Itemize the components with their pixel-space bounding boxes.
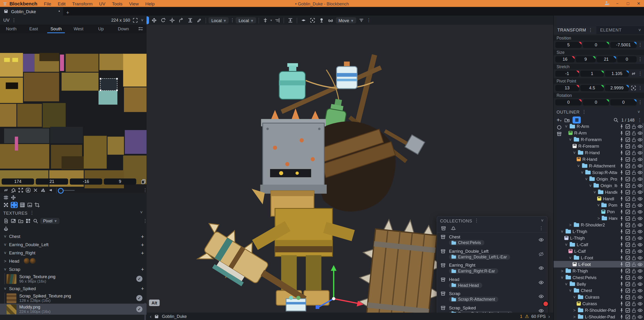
- menu-transform[interactable]: Transform: [69, 1, 96, 6]
- field-menu-icon[interactable]: ⋮: [638, 42, 642, 48]
- field-menu-icon[interactable]: ⋮: [638, 57, 642, 62]
- export-checkbox-icon[interactable]: [625, 137, 630, 142]
- transform-field[interactable]: 0: [583, 99, 609, 105]
- fill-icon[interactable]: [10, 188, 16, 193]
- export-checkbox-icon[interactable]: [625, 248, 630, 254]
- visibility-icon[interactable]: [638, 163, 643, 168]
- texture-overlay-icon[interactable]: [27, 202, 32, 208]
- pin-icon[interactable]: [619, 209, 624, 214]
- export-checkbox-icon[interactable]: [625, 196, 630, 201]
- lock-icon[interactable]: [631, 150, 637, 156]
- add-group-icon[interactable]: [564, 117, 570, 122]
- create-texture-icon[interactable]: [3, 218, 9, 223]
- outliner-overflow-icon[interactable]: ⋮: [638, 117, 642, 122]
- notification-dot[interactable]: [543, 301, 549, 307]
- lock-icon[interactable]: [631, 242, 637, 247]
- chevron-right-icon[interactable]: ˃: [572, 314, 576, 319]
- lock-icon[interactable]: [631, 209, 637, 214]
- lock-icon[interactable]: [631, 216, 637, 221]
- uv-panel-menu-icon[interactable]: ⋮: [12, 18, 16, 23]
- pin-icon[interactable]: [619, 229, 624, 234]
- texture-item[interactable]: Scrap_Spiked_Texture.png128 x 128px (16x…: [0, 292, 146, 304]
- import-texture-icon[interactable]: [10, 218, 16, 223]
- sidebar-expand-icon[interactable]: ›: [548, 313, 550, 319]
- transform-space-select[interactable]: Local▾: [208, 17, 228, 23]
- outliner-row-cuirass[interactable]: Cuirass: [554, 300, 644, 307]
- visibility-icon[interactable]: [638, 170, 643, 175]
- visibility-icon[interactable]: [638, 314, 643, 320]
- uv-frame-toggle[interactable]: [10, 202, 18, 208]
- pin-icon[interactable]: [619, 150, 624, 156]
- visibility-on-icon[interactable]: [538, 280, 544, 285]
- texture-enabled-icon[interactable]: ✓: [136, 295, 142, 301]
- chevron-right-icon[interactable]: ˃: [560, 268, 564, 273]
- outliner-row-r-hand[interactable]: ˅R-Hand: [554, 149, 644, 156]
- center-view-icon[interactable]: [308, 16, 316, 24]
- export-checkbox-icon[interactable]: [625, 274, 630, 280]
- visibility-icon[interactable]: [638, 144, 643, 149]
- texture-group-scrap[interactable]: ˅Scrap+: [0, 265, 146, 273]
- lock-icon[interactable]: [631, 189, 637, 195]
- outliner-row-l-thigh[interactable]: L-Thigh: [554, 235, 644, 241]
- outliner-row-pomm[interactable]: ˅Pomm: [554, 202, 644, 208]
- uv-rotation-slider[interactable]: [60, 190, 75, 190]
- minimize-button[interactable]: −: [612, 1, 622, 6]
- field-menu-icon[interactable]: ⋮: [638, 100, 642, 105]
- outliner-row-pon[interactable]: Pon: [554, 208, 644, 215]
- visibility-icon[interactable]: [638, 248, 643, 254]
- project-tab[interactable]: Goblin_Duke •: [0, 7, 63, 16]
- texture-group-head[interactable]: ˃Head: [0, 257, 146, 265]
- outliner-row-r-hand[interactable]: R-Hand: [554, 156, 644, 162]
- outliner-row-origin-projec[interactable]: ˅Origin_Projec: [554, 176, 644, 182]
- uv-tab-up[interactable]: Up: [90, 25, 112, 34]
- export-checkbox-icon[interactable]: [625, 268, 630, 274]
- close-button[interactable]: ✕: [634, 1, 644, 6]
- pin-icon[interactable]: [619, 163, 624, 168]
- scenery-icon[interactable]: [318, 16, 325, 24]
- export-checkbox-icon[interactable]: [625, 262, 630, 267]
- lock-icon[interactable]: [631, 156, 637, 162]
- auto-uv-icon[interactable]: [26, 188, 31, 193]
- outliner-row-scrap-r-attachm[interactable]: ˅Scrap:R-Attachm: [554, 169, 644, 176]
- visibility-icon[interactable]: [638, 255, 643, 260]
- chevron-down-icon[interactable]: ˅: [568, 137, 572, 142]
- lock-icon[interactable]: [631, 274, 637, 280]
- outliner-row-belly[interactable]: ˅Belly: [554, 281, 644, 287]
- outliner-row-r-shoulder2[interactable]: ˃R-Shoulder2: [554, 222, 644, 228]
- pivot-tool[interactable]: [168, 16, 176, 24]
- visibility-icon[interactable]: [638, 209, 643, 214]
- lock-icon[interactable]: [631, 301, 637, 306]
- gizmo-mode-select[interactable]: Move▾: [336, 17, 356, 23]
- chevron-right-icon[interactable]: ˃: [568, 223, 572, 227]
- texture-item[interactable]: Muddy.png224 x 160px (16x) ✓: [0, 304, 146, 314]
- visibility-icon[interactable]: [638, 124, 643, 129]
- outliner-row-origin-iten[interactable]: ˅Origin_Iten: [554, 182, 644, 189]
- transform-field[interactable]: 0: [583, 42, 609, 48]
- outliner-row-chest-pelvis[interactable]: ˅Chest:Pelvis: [554, 274, 644, 281]
- export-checkbox-icon[interactable]: [625, 229, 630, 234]
- pin-icon[interactable]: [619, 124, 624, 129]
- stretch-tool[interactable]: [186, 16, 194, 24]
- export-checkbox-icon[interactable]: [625, 183, 630, 188]
- visibility-icon[interactable]: [638, 301, 643, 306]
- copy-icon[interactable]: [141, 179, 146, 184]
- add-texture-icon[interactable]: +: [141, 250, 144, 256]
- uv-drag-icon[interactable]: [10, 195, 16, 200]
- pin-icon[interactable]: [619, 274, 624, 280]
- lock-icon[interactable]: [631, 196, 637, 201]
- outliner-row-handl[interactable]: ˃Handl: [554, 215, 644, 222]
- export-checkbox-icon[interactable]: [625, 150, 630, 156]
- clear-uv-icon[interactable]: [33, 188, 38, 193]
- uv-tab-east[interactable]: East: [22, 25, 45, 34]
- link-uv-icon[interactable]: [3, 188, 9, 193]
- pin-icon[interactable]: [619, 196, 624, 201]
- chevron-right-icon[interactable]: ˃: [572, 308, 576, 312]
- chevron-down-icon[interactable]: ˅: [581, 170, 584, 174]
- visibility-icon[interactable]: [638, 242, 643, 247]
- outliner-row-r-attachment[interactable]: ˅R-Attachment: [554, 162, 644, 169]
- pin-icon[interactable]: [619, 170, 624, 175]
- chevron-down-icon[interactable]: ˅: [568, 288, 572, 293]
- append-template-icon[interactable]: [26, 218, 31, 223]
- export-checkbox-icon[interactable]: [625, 130, 630, 136]
- warning-icon[interactable]: ⚠: [525, 314, 529, 319]
